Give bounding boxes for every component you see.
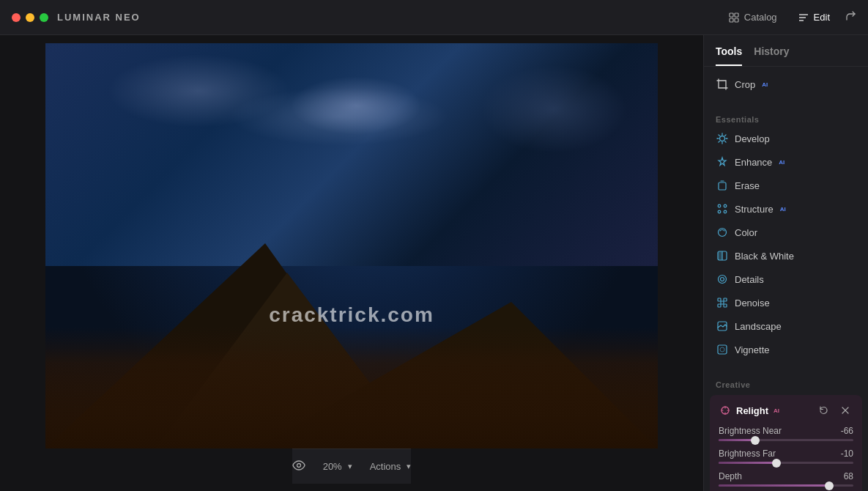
vignette-icon — [716, 343, 729, 356]
svg-point-20 — [718, 210, 721, 213]
tool-color[interactable]: Color — [704, 221, 868, 244]
relight-title: Relight AI — [719, 404, 779, 417]
share-button[interactable] — [845, 10, 856, 25]
crop-label: Crop — [735, 79, 755, 90]
svg-line-13 — [719, 135, 719, 136]
enhance-label: Enhance — [735, 157, 772, 168]
svg-rect-31 — [724, 304, 727, 307]
denoise-label: Denoise — [735, 298, 770, 309]
zoom-control[interactable]: 20% — [323, 461, 352, 472]
canvas-area: cracktrick.com 20% Actions — [0, 35, 703, 491]
tool-structure[interactable]: Structure AI — [704, 197, 868, 221]
brightness-near-value: -66 — [831, 426, 853, 436]
nav-edit[interactable]: Edit — [798, 12, 830, 23]
color-icon — [716, 226, 729, 239]
relight-undo-button[interactable] — [815, 402, 831, 418]
svg-rect-30 — [718, 304, 721, 307]
brightness-near-label: Brightness Near — [719, 426, 782, 436]
tab-tools[interactable]: Tools — [716, 43, 742, 66]
structure-label: Structure — [735, 204, 774, 215]
actions-label: Actions — [370, 461, 401, 472]
enhance-ai-badge: AI — [779, 159, 784, 166]
header-nav: Catalog Edit — [728, 12, 830, 23]
titlebar: LUMINAR NEO Catalog Edit — [0, 0, 868, 35]
close-button[interactable] — [12, 13, 21, 22]
svg-point-8 — [720, 136, 725, 141]
erase-icon — [716, 179, 729, 192]
black-white-label: Black & White — [735, 251, 794, 262]
nav-catalog-label: Catalog — [744, 12, 777, 23]
black-white-icon — [716, 249, 729, 262]
tool-erase[interactable]: Erase — [704, 174, 868, 197]
vignette-label: Vignette — [735, 344, 769, 355]
brightness-far-label: Brightness Far — [719, 448, 776, 459]
svg-point-34 — [720, 347, 724, 352]
catalog-icon — [728, 12, 740, 23]
svg-rect-33 — [718, 345, 727, 354]
nav-edit-label: Edit — [814, 12, 830, 23]
zoom-label: 20% — [323, 461, 342, 472]
slider-brightness-near: Brightness Near -66 — [719, 426, 853, 441]
tab-history[interactable]: History — [754, 43, 789, 66]
tool-denoise[interactable]: Denoise — [704, 291, 868, 314]
brightness-far-value: -10 — [831, 448, 853, 459]
svg-rect-27 — [718, 298, 721, 301]
enhance-icon — [716, 155, 729, 169]
landscape-icon — [716, 320, 729, 333]
svg-line-14 — [725, 141, 726, 142]
nav-catalog[interactable]: Catalog — [728, 12, 777, 23]
crop-tool[interactable]: Crop AI — [704, 73, 868, 96]
eye-button[interactable] — [292, 460, 305, 473]
details-icon — [716, 273, 729, 286]
relight-header: Relight AI — [719, 402, 853, 418]
tool-enhance[interactable]: Enhance AI — [704, 150, 868, 174]
cloud-2 — [481, 65, 627, 153]
brightness-far-track[interactable] — [719, 462, 853, 464]
window-controls — [12, 13, 48, 22]
main-content: cracktrick.com 20% Actions — [0, 35, 868, 491]
crop-section: Crop AI — [704, 67, 868, 102]
actions-button[interactable]: Actions — [370, 461, 412, 472]
tool-black-white[interactable]: Black & White — [704, 244, 868, 267]
depth-label: Depth — [719, 471, 742, 481]
svg-rect-17 — [719, 182, 726, 190]
photo-canvas: cracktrick.com — [45, 43, 658, 448]
depth-value: 68 — [831, 471, 853, 481]
relight-icon — [719, 404, 732, 417]
relight-reset-button[interactable] — [837, 402, 853, 418]
relight-actions — [815, 402, 853, 418]
brightness-near-track[interactable] — [719, 439, 853, 441]
svg-rect-29 — [721, 301, 724, 304]
tool-develop[interactable]: Develop — [704, 127, 868, 150]
structure-icon — [716, 202, 729, 215]
eye-icon — [292, 460, 305, 473]
svg-rect-1 — [735, 13, 738, 17]
essentials-label: Essentials — [704, 111, 868, 127]
svg-line-15 — [725, 135, 726, 136]
svg-rect-28 — [724, 298, 727, 301]
minimize-button[interactable] — [26, 13, 34, 22]
tool-vignette[interactable]: Vignette — [704, 338, 868, 361]
essentials-section: Essentials Develop — [704, 105, 868, 367]
crop-icon — [716, 78, 729, 91]
tool-details[interactable]: Details — [704, 267, 868, 291]
cloud-3 — [229, 87, 449, 146]
slider-depth: Depth 68 — [719, 471, 853, 487]
develop-label: Develop — [735, 133, 770, 144]
fullscreen-button[interactable] — [40, 13, 48, 22]
crop-ai-badge: AI — [762, 81, 768, 88]
tool-landscape[interactable]: Landscape — [704, 314, 868, 338]
app-logo: LUMINAR NEO — [57, 12, 141, 23]
svg-point-7 — [297, 463, 300, 467]
svg-rect-0 — [730, 13, 733, 17]
svg-point-26 — [721, 278, 724, 281]
depth-track[interactable] — [719, 484, 853, 487]
details-label: Details — [735, 274, 764, 285]
svg-rect-3 — [735, 18, 738, 22]
panel-tabs: Tools History — [704, 35, 868, 67]
develop-icon — [716, 132, 729, 145]
creative-label: Creative — [704, 376, 868, 392]
foreground-layer — [45, 327, 658, 448]
svg-point-18 — [718, 204, 721, 207]
relight-panel: Relight AI — [710, 395, 862, 491]
